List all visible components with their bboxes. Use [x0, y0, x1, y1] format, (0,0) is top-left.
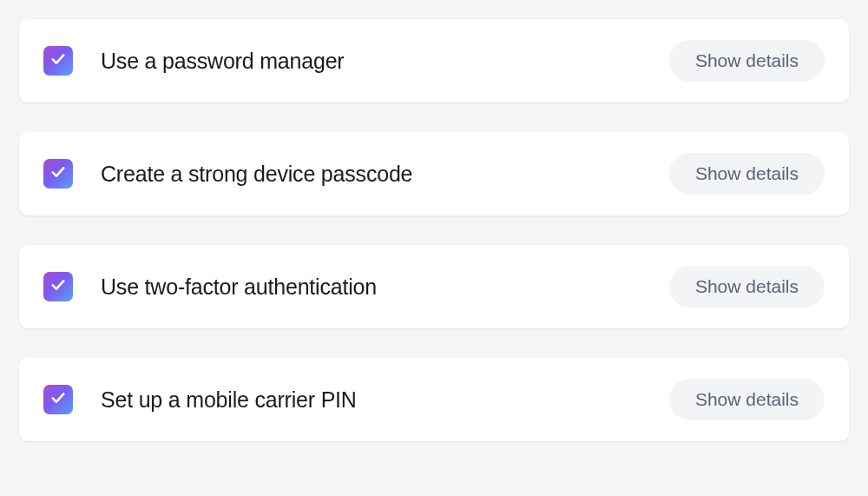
checkmark-icon — [49, 50, 67, 71]
checkbox-password-manager[interactable] — [43, 46, 73, 76]
item-title: Use two-factor authentication — [101, 274, 669, 300]
checklist-item-carrier-pin: Set up a mobile carrier PIN Show details — [19, 358, 849, 441]
item-title: Set up a mobile carrier PIN — [101, 387, 669, 413]
checkbox-two-factor[interactable] — [43, 272, 73, 301]
show-details-button[interactable]: Show details — [669, 153, 825, 195]
checklist-item-password-manager: Use a password manager Show details — [19, 19, 849, 103]
item-title: Create a strong device passcode — [101, 162, 669, 187]
security-checklist: Use a password manager Show details Crea… — [19, 19, 849, 441]
checkbox-device-passcode[interactable] — [43, 159, 73, 188]
show-details-button[interactable]: Show details — [669, 379, 825, 420]
checkmark-icon — [49, 389, 67, 410]
checklist-item-two-factor: Use two-factor authentication Show detai… — [19, 245, 849, 328]
item-title: Use a password manager — [101, 49, 669, 74]
checklist-item-device-passcode: Create a strong device passcode Show det… — [19, 132, 849, 215]
checkmark-icon — [49, 276, 67, 297]
checkbox-carrier-pin[interactable] — [43, 385, 73, 414]
show-details-button[interactable]: Show details — [669, 266, 825, 308]
show-details-button[interactable]: Show details — [669, 40, 825, 82]
checkmark-icon — [49, 163, 67, 184]
